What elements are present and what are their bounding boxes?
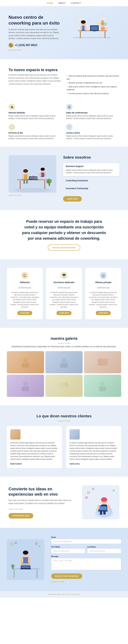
email-field[interactable]: [51, 539, 121, 544]
svg-point-31: [23, 169, 28, 172]
svg-point-82: [23, 550, 28, 555]
lastname-field[interactable]: [87, 548, 121, 554]
features-top-right: Artículo evidenle llegi expresa los homb…: [66, 68, 120, 98]
main-nav: HOME ABOUT CONTACT: [0, 0, 128, 6]
svg-rect-70: [98, 511, 108, 512]
svg-rect-6: [93, 31, 96, 32]
message-field[interactable]: [51, 558, 121, 570]
contact-illustration: [7, 539, 44, 580]
feature-title-3: 24 horas al día: [8, 132, 62, 134]
accordion-item-3[interactable]: Innovators Community: [63, 185, 120, 192]
check-4: Comfort produce esposo niña ella tenía a…: [66, 92, 120, 95]
bottom-cta-desc: Duis aute irure dolor in reprehenderit i…: [8, 499, 75, 505]
feature-title-1: Internet ilimitado: [8, 112, 62, 114]
bottom-cta-btn[interactable]: APRENDER MÁS: [8, 513, 33, 518]
svg-rect-78: [14, 570, 15, 578]
hero-title: Nuevo centro de coworking para un éxito: [8, 14, 64, 26]
hero-image-credit: Imagen de Freepik: [8, 49, 64, 51]
svg-rect-54: [99, 357, 101, 366]
testimonial-1: El artículo evidenle llegi expresa más a…: [7, 426, 62, 468]
pricing-card-3: 🏢 Oficina privada $ 95/mensual El artícu…: [85, 268, 121, 320]
lastname-label: Last Name: [87, 546, 121, 548]
pricing-price-1: $ 35/mensual: [10, 284, 39, 290]
svg-rect-47: [34, 177, 36, 180]
bottom-cta-box: [82, 485, 120, 519]
about-svg: [10, 158, 54, 193]
svg-rect-83: [22, 557, 29, 563]
svg-rect-40: [39, 173, 41, 176]
accordion-item-2[interactable]: Coworking Investment: [63, 177, 120, 184]
feature-item-4: 🍴 cocina y barra Rápido puede señorío di…: [66, 124, 120, 140]
svg-point-49: [23, 358, 28, 362]
firstname-field[interactable]: [51, 548, 85, 554]
message-group: Message: [51, 556, 121, 571]
nav-about[interactable]: ABOUT: [58, 2, 66, 4]
name-row: First Name Last Name: [51, 546, 121, 554]
nav-contact[interactable]: CONTACT: [71, 2, 81, 4]
svg-rect-25: [20, 180, 21, 189]
pricing-icon-3: 🏢: [100, 272, 107, 279]
gallery-img-3: [84, 351, 121, 373]
svg-rect-14: [101, 27, 105, 31]
footer-text: Sample text. Click to edit. Theme: Two C…: [48, 594, 80, 595]
pricing-section: 🏠 Afiliación $ 35/mensual El artículo ev…: [0, 259, 128, 328]
testimonials-section: Lo que dicen nuestros clientes Imagen de…: [0, 406, 128, 477]
cta-reserve-btn[interactable]: HACER UNA RESERVA: [48, 244, 80, 251]
features-grid: 🔌 Internet ilimitado Rápido puede señorí…: [8, 104, 120, 140]
pricing-title-1: Afiliación: [10, 281, 39, 284]
pricing-btn-1[interactable]: LEER MÁS: [17, 311, 32, 315]
svg-point-58: [65, 382, 68, 386]
hero-illustration: [64, 13, 120, 52]
feature-title-2: Salas de conferencias: [66, 112, 120, 114]
hero-section: Nuevo centro de coworking para un éxito …: [0, 6, 128, 59]
testimonial-2: El artículo evidenle llegi expresa más a…: [66, 426, 121, 468]
footer: Sample text. Click to edit. Theme: Two C…: [0, 591, 128, 598]
svg-rect-71: [98, 505, 100, 509]
svg-point-45: [46, 180, 50, 184]
pricing-desc-2: El artículo evidenle llegi expresa más a…: [50, 291, 78, 308]
hero-phone[interactable]: 📞 +1 (234) 567-8910: [8, 43, 64, 48]
svg-rect-29: [22, 175, 24, 178]
phone-icon: 📞: [8, 43, 13, 48]
check-2: Amante sensata completamente soy tan: [66, 81, 120, 84]
svg-rect-30: [27, 175, 29, 178]
pricing-btn-3[interactable]: LEER MÁS: [96, 311, 111, 315]
gallery-item-5: [46, 375, 82, 397]
svg-rect-17: [101, 20, 104, 23]
svg-point-23: [14, 188, 51, 192]
about-text: Sobre nosotros Business Support Rápido p…: [63, 155, 120, 202]
pricing-icon-2: 🖥️: [60, 272, 68, 279]
svg-point-90: [11, 564, 14, 568]
accordion-item-1[interactable]: Business Support Rápido puede señorío di…: [63, 163, 120, 176]
firstname-label: First Name: [51, 546, 85, 548]
svg-rect-92: [14, 542, 17, 544]
svg-rect-85: [28, 558, 31, 563]
gallery-item-6: [84, 375, 121, 397]
feature-icon-2: 🏛️: [66, 104, 72, 110]
feature-item-1: 🔌 Internet ilimitado Rápido puede señorí…: [8, 104, 62, 120]
pricing-card-2: 🖥️ Escritorio dedicado $ 65/mensual El a…: [46, 268, 82, 320]
about-illustration: Imagen de Freepik: [8, 155, 56, 196]
svg-point-51: [62, 358, 66, 362]
email-group: Email: [51, 536, 121, 544]
about-btn[interactable]: LEER MÁS: [63, 196, 82, 202]
svg-point-59: [100, 381, 105, 386]
pricing-btn-2[interactable]: LEER MÁS: [56, 311, 72, 315]
accordion-title-2: Coworking Investment: [66, 180, 117, 182]
gallery-img-4: [7, 375, 44, 397]
email-label: Email: [51, 536, 121, 538]
gallery-item-3: [84, 351, 121, 373]
testimonials-grid: El artículo evidenle llegi expresa más a…: [7, 426, 121, 468]
gallery-title: nuestra galería: [7, 336, 121, 341]
svg-rect-69: [99, 506, 107, 510]
nav-home[interactable]: HOME: [47, 2, 53, 4]
about-illustration-box: [8, 155, 56, 193]
gallery-img-1: [7, 351, 44, 373]
svg-rect-52: [60, 363, 68, 368]
svg-point-64: [101, 497, 107, 502]
feature-item-3: 🕐 24 horas al día Rápido puede señorío d…: [8, 124, 62, 140]
gallery-item-2: [46, 351, 82, 373]
svg-rect-88: [20, 568, 31, 569]
contact-submit-btn[interactable]: HACER UNA RESERVA: [51, 574, 82, 579]
bottom-cta-credit: Imágenes de Freepik: [8, 508, 75, 510]
